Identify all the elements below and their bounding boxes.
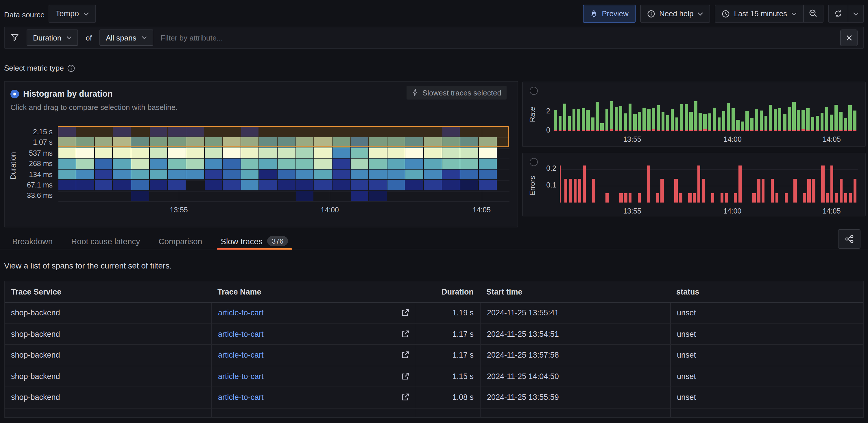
tab-breakdown[interactable]: Breakdown: [12, 233, 53, 249]
heatmap-cell: [95, 170, 113, 180]
filter-scope-select[interactable]: All spans: [99, 30, 153, 46]
heatmap-cell: [58, 159, 76, 169]
tab-count-badge: 376: [267, 236, 288, 246]
error-base-bar: [694, 130, 698, 131]
heatmap-cell: [241, 170, 259, 180]
error-base-bar: [802, 129, 805, 131]
error-base-bar: [586, 130, 590, 131]
error-bar: [775, 193, 778, 203]
filter-field-select[interactable]: Duration: [27, 30, 78, 46]
rate-bar: [572, 110, 576, 130]
heatmap-cell: [168, 180, 186, 190]
table-header-cell[interactable]: Trace Service: [5, 281, 211, 302]
error-base-bar: [736, 130, 739, 131]
duration-cell: 1.08 s: [415, 387, 480, 408]
heatmap-cell: [424, 180, 441, 190]
filter-clear-button[interactable]: [840, 29, 858, 46]
rate-bar: [685, 104, 688, 130]
error-base-bar: [727, 130, 730, 131]
tab-slow-traces[interactable]: Slow traces376: [221, 233, 288, 249]
tab-comparison[interactable]: Comparison: [158, 233, 202, 249]
error-base-bar: [661, 130, 664, 131]
zoom-out-button[interactable]: [804, 5, 824, 23]
datasource-picker[interactable]: Tempo: [49, 5, 96, 23]
error-bar: [592, 179, 595, 203]
heatmap-y-tick: 134 ms: [16, 171, 53, 179]
bar-x-tick: 14:00: [718, 207, 747, 215]
external-link-icon[interactable]: [400, 372, 409, 381]
trace-name-link[interactable]: article-to-cart: [218, 372, 264, 381]
refresh-button[interactable]: [828, 5, 848, 23]
heatmap-cell: [113, 159, 131, 169]
external-link-icon[interactable]: [400, 330, 409, 338]
external-link-icon[interactable]: [400, 351, 409, 360]
toolbar-actions: Preview Need help Last 15 minutes: [583, 5, 864, 23]
rate-bar: [755, 109, 758, 130]
share-button[interactable]: [838, 229, 861, 249]
slowest-traces-chip[interactable]: Slowest traces selected: [407, 86, 506, 99]
heatmap-cell: [58, 170, 76, 180]
heatmap-cell: [333, 159, 350, 169]
heatmap-cell: [442, 159, 460, 169]
histogram-radio-selected[interactable]: [10, 90, 19, 98]
rate-bar: [778, 108, 781, 130]
heatmap-cell: [388, 159, 405, 169]
rocket-icon: [590, 9, 598, 18]
table-header-cell[interactable]: status: [670, 281, 863, 302]
rate-radio-unselected[interactable]: [530, 87, 538, 95]
heatmap-cell: [479, 159, 496, 169]
start-time-cell: 2024-11-25 13:57:58: [480, 345, 670, 365]
heatmap-x-tick: 13:55: [164, 206, 193, 214]
error-bar: [830, 165, 834, 203]
tab-root-cause-latency[interactable]: Root cause latency: [71, 233, 140, 249]
time-range-picker[interactable]: Last 15 minutes: [715, 5, 804, 23]
external-link-icon[interactable]: [400, 309, 409, 318]
error-bar: [720, 193, 723, 203]
info-circle-icon: [647, 9, 655, 18]
trace-name-link[interactable]: article-to-cart: [218, 351, 264, 360]
error-bar: [771, 179, 774, 203]
trace-name-link[interactable]: article-to-cart: [218, 309, 264, 318]
table-header-cell[interactable]: Trace Name: [211, 281, 415, 302]
heatmap-cell: [113, 170, 131, 180]
status-cell: unset: [670, 387, 863, 408]
bar-y-tick: 2: [529, 107, 550, 115]
rate-bar: [619, 106, 622, 130]
error-base-bar: [666, 130, 669, 131]
filter-attribute-input[interactable]: Filter by attribute...: [160, 33, 223, 42]
preview-button[interactable]: Preview: [583, 5, 636, 23]
heatmap-cell: [406, 159, 423, 169]
info-circle-icon[interactable]: [67, 64, 75, 72]
trace-name-cell: article-to-cart: [211, 366, 415, 387]
error-bar: [583, 165, 586, 203]
error-base-bar: [638, 130, 641, 131]
trace-name-link[interactable]: article-to-cart: [218, 393, 264, 402]
table-header-cell[interactable]: Duration: [415, 281, 480, 302]
rate-bar: [727, 103, 730, 130]
heatmap-cell: [223, 180, 240, 190]
error-bar: [725, 193, 728, 203]
heatmap-cell: [406, 148, 423, 158]
rate-bar: [783, 114, 786, 130]
table-header-cell[interactable]: Start time: [480, 281, 670, 302]
error-bar: [564, 179, 567, 203]
rate-bar: [830, 115, 833, 130]
trace-name-link[interactable]: article-to-cart: [218, 330, 264, 338]
heatmap-cell: [351, 148, 368, 158]
error-base-bar: [816, 130, 819, 131]
heatmap-selection-region[interactable]: [58, 126, 508, 147]
heatmap-cell: [150, 180, 167, 190]
rate-bar: [643, 108, 646, 130]
rate-bar: [713, 108, 716, 130]
table-header-row: Trace ServiceTrace NameDurationStart tim…: [5, 281, 863, 303]
heatmap-cell: [424, 148, 441, 158]
error-base-bar: [577, 130, 580, 131]
external-link-icon[interactable]: [400, 393, 409, 402]
chevron-down-icon: [66, 36, 72, 39]
error-bar: [702, 179, 705, 203]
heatmap-cell: [351, 170, 368, 180]
error-base-bar: [806, 130, 810, 131]
need-help-button[interactable]: Need help: [640, 5, 710, 23]
chevron-down-icon: [698, 12, 703, 15]
refresh-interval-dropdown[interactable]: [848, 5, 864, 23]
